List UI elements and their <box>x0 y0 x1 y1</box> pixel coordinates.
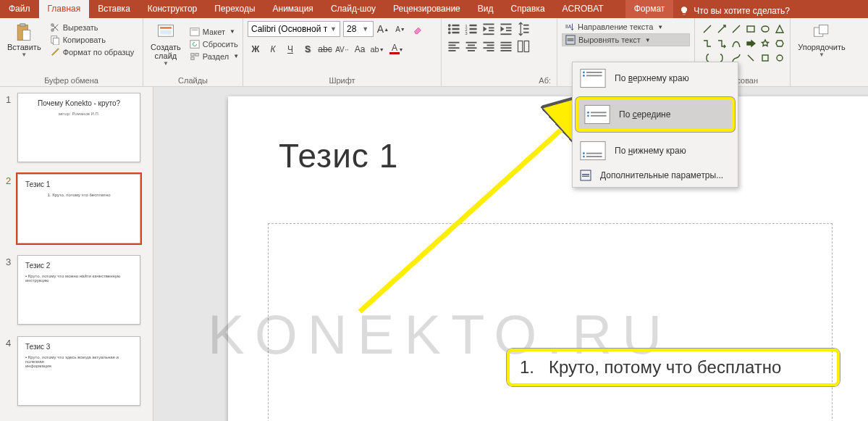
shape-more1[interactable] <box>759 51 772 64</box>
format-painter-button[interactable]: Формат по образцу <box>47 46 138 58</box>
shrink-font-button[interactable]: A▼ <box>392 21 408 37</box>
tab-view[interactable]: Вид <box>469 0 502 18</box>
tab-file[interactable]: Файл <box>0 0 39 18</box>
slide-thumbnail-1[interactable]: Почему Konekto - круто? автор: Романов И… <box>17 93 140 162</box>
font-color-button[interactable]: A ▼ <box>387 41 403 57</box>
tab-design[interactable]: Конструктор <box>139 0 206 18</box>
align-middle-item[interactable]: По середине <box>576 97 735 132</box>
shapes-gallery[interactable] <box>699 21 785 66</box>
new-slide-button[interactable]: Создать слайд ▼ <box>148 21 184 67</box>
shape-elbow[interactable] <box>701 37 714 50</box>
svg-point-80 <box>587 114 589 117</box>
align-bottom-label: По нижнему краю <box>615 146 686 156</box>
justify-button[interactable] <box>498 38 514 54</box>
text-direction-button[interactable]: IIA Направление текста▼ <box>562 21 690 33</box>
strikethrough-button[interactable]: abc <box>317 41 333 57</box>
svg-rect-44 <box>468 45 475 46</box>
svg-rect-31 <box>484 33 494 35</box>
change-case-button[interactable]: Aa <box>352 41 368 57</box>
shape-more2[interactable] <box>773 51 786 64</box>
bullet-text: Круто, потому что бесплатно <box>549 357 781 377</box>
align-top-icon <box>580 68 606 88</box>
tab-review[interactable]: Рецензирование <box>384 0 469 18</box>
tab-animations[interactable]: Анимация <box>264 0 322 18</box>
align-more-options-item[interactable]: Дополнительные параметры... <box>574 165 736 186</box>
text-shadow-button[interactable]: S <box>300 41 316 57</box>
svg-rect-56 <box>524 41 528 52</box>
shape-oval[interactable] <box>759 22 772 36</box>
chevron-down-icon: ▼ <box>327 25 340 33</box>
shape-elbow-arrow[interactable] <box>715 37 728 50</box>
slide-thumbnail-3[interactable]: Тезис 2 • Круто, потому что можно найти … <box>17 255 140 325</box>
tab-acrobat[interactable]: ACROBAT <box>554 0 612 18</box>
shape-line-double[interactable] <box>730 22 743 36</box>
shape-connector[interactable] <box>744 51 757 64</box>
align-left-button[interactable] <box>446 38 462 54</box>
highlighter-icon: ab <box>370 45 379 54</box>
tell-me-search[interactable]: Что вы хотите сделать? <box>673 0 868 18</box>
ribbon-tabs: Файл Главная Вставка Конструктор Переход… <box>0 0 868 18</box>
cut-button[interactable]: Вырезать <box>47 22 138 33</box>
shape-triangle[interactable] <box>773 22 786 36</box>
paste-button[interactable]: Вставить ▼ <box>4 21 44 58</box>
slide-title-text[interactable]: Тезис 1 <box>279 136 398 175</box>
shape-line-arrow[interactable] <box>715 22 728 36</box>
thumb-number: 3 <box>6 255 17 267</box>
tab-slideshow[interactable]: Слайд-шоу <box>322 0 384 18</box>
numbering-button[interactable]: 123 <box>463 21 479 37</box>
slide-content-placeholder[interactable] <box>268 223 833 421</box>
tab-format[interactable]: Формат <box>625 0 674 18</box>
char-spacing-button[interactable]: AV↔ <box>334 41 350 57</box>
italic-button[interactable]: К <box>265 41 281 57</box>
slide-canvas[interactable]: Тезис 1 KONEKTO.RU 1. Круто, потому что … <box>153 87 868 421</box>
tab-insert[interactable]: Вставка <box>89 0 139 18</box>
svg-point-16 <box>448 24 451 27</box>
tab-help[interactable]: Справка <box>502 0 553 18</box>
tab-home[interactable]: Главная <box>39 0 90 18</box>
shape-star[interactable] <box>759 37 772 50</box>
bold-button[interactable]: Ж <box>248 41 264 57</box>
svg-rect-32 <box>501 24 512 25</box>
copy-button[interactable]: Копировать <box>47 34 138 46</box>
slide-thumbnails-panel[interactable]: 1 Почему Konekto - круто? автор: Романов… <box>0 87 153 421</box>
shape-hexagon[interactable] <box>773 37 786 50</box>
align-text-dropdown: По верхнему краю По середине По нижнему … <box>572 62 738 188</box>
shape-arrow-right[interactable] <box>744 37 757 50</box>
increase-indent-button[interactable] <box>498 21 514 37</box>
thumb-number: 1 <box>6 93 17 105</box>
font-size-combo[interactable]: 28 ▼ <box>343 21 374 37</box>
reset-label: Сбросить <box>203 40 238 49</box>
grow-font-button[interactable]: A▲ <box>375 21 391 37</box>
align-top-item[interactable]: По верхнему краю <box>574 64 736 93</box>
brush-icon <box>50 47 60 57</box>
line-spacing-button[interactable] <box>515 21 531 37</box>
bullets-button[interactable] <box>446 21 462 37</box>
layout-button[interactable]: Макет▼ <box>187 26 242 38</box>
svg-rect-13 <box>191 53 194 56</box>
decrease-indent-button[interactable] <box>481 21 497 37</box>
slide-thumbnail-4[interactable]: Тезис 3 • Круто, потому что здесь всегда… <box>17 336 140 406</box>
align-center-button[interactable] <box>463 38 479 54</box>
align-bottom-item[interactable]: По нижнему краю <box>574 136 736 165</box>
tell-me-label: Что вы хотите сделать? <box>694 6 790 16</box>
clear-formatting-button[interactable] <box>410 21 426 37</box>
reset-button[interactable]: Сбросить <box>187 38 242 50</box>
shape-line[interactable] <box>701 22 714 36</box>
shape-rect[interactable] <box>744 22 757 36</box>
svg-rect-84 <box>586 153 602 154</box>
svg-line-61 <box>704 25 711 33</box>
font-name-combo[interactable]: Calibri (Основной тек ▼ <box>248 21 340 37</box>
section-button[interactable]: Раздел▼ <box>187 51 242 62</box>
align-text-button[interactable]: Выровнять текст▼ <box>562 33 690 46</box>
slide-thumbnail-2[interactable]: Тезис 1 1. Круто, потому что бесплатно <box>17 174 140 243</box>
shape-curve[interactable] <box>730 37 743 50</box>
underline-button[interactable]: Ч <box>282 41 298 57</box>
align-right-icon <box>481 39 496 54</box>
group-font: Calibri (Основной тек ▼ 28 ▼ A▲ A▼ Ж К Ч… <box>243 18 442 86</box>
highlight-color-button[interactable]: ab ▼ <box>369 41 385 57</box>
align-right-button[interactable] <box>481 38 497 54</box>
tab-transitions[interactable]: Переходы <box>206 0 264 18</box>
arrange-button[interactable]: Упорядочить ▼ <box>795 21 848 58</box>
current-slide[interactable]: Тезис 1 KONEKTO.RU 1. Круто, потому что … <box>228 96 868 421</box>
columns-button[interactable] <box>515 38 531 54</box>
